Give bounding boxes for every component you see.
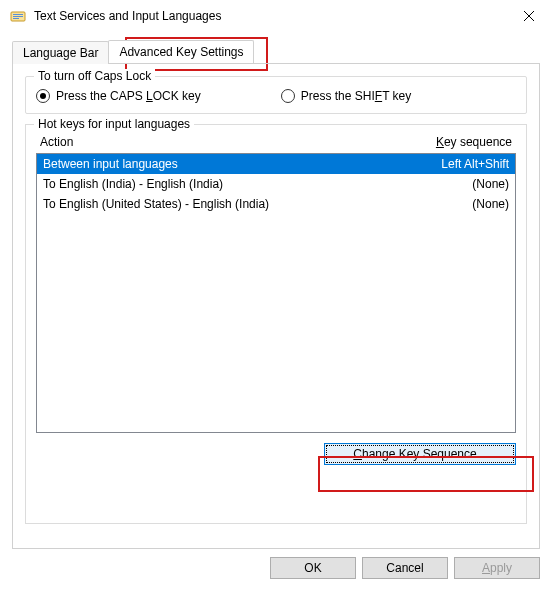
hotkeys-group: Hot keys for input languages Action Key … xyxy=(25,124,527,524)
radio-shift[interactable]: Press the SHIFT key xyxy=(281,89,412,103)
col-key-sequence: Key sequence xyxy=(436,135,512,149)
caps-legend: To turn off Caps Lock xyxy=(34,69,155,83)
tab-advanced-key-settings[interactable]: Advanced Key Settings xyxy=(108,40,254,63)
list-item[interactable]: To English (United States) - English (In… xyxy=(37,194,515,214)
tab-sheet: To turn off Caps Lock Press the CAPS LOC… xyxy=(12,63,540,549)
cell-action: To English (United States) - English (In… xyxy=(43,197,269,211)
col-action: Action xyxy=(40,135,73,149)
radio-caps-label: Press the CAPS LOCK key xyxy=(56,89,201,103)
hotkey-list[interactable]: Between input languages Left Alt+Shift T… xyxy=(36,153,516,433)
svg-rect-1 xyxy=(13,14,23,15)
radio-shift-label: Press the SHIFT key xyxy=(301,89,412,103)
ok-button[interactable]: OK xyxy=(270,557,356,579)
change-key-sequence-button[interactable]: Change Key Sequence... xyxy=(324,443,516,465)
cell-keyseq: (None) xyxy=(472,177,509,191)
apply-button: Apply xyxy=(454,557,540,579)
cell-keyseq: (None) xyxy=(472,197,509,211)
list-item[interactable]: To English (India) - English (India) (No… xyxy=(37,174,515,194)
hotkeys-legend: Hot keys for input languages xyxy=(34,117,194,131)
dialog-footer: OK Cancel Apply xyxy=(0,557,552,591)
close-button[interactable] xyxy=(506,0,552,32)
cell-action: Between input languages xyxy=(43,157,178,171)
radio-caps-lock[interactable]: Press the CAPS LOCK key xyxy=(36,89,201,103)
caps-lock-group: To turn off Caps Lock Press the CAPS LOC… xyxy=(25,76,527,114)
tab-language-bar[interactable]: Language Bar xyxy=(12,41,109,64)
radio-indicator xyxy=(36,89,50,103)
cell-action: To English (India) - English (India) xyxy=(43,177,223,191)
window-title: Text Services and Input Languages xyxy=(34,9,506,23)
svg-rect-2 xyxy=(13,16,23,17)
list-header: Action Key sequence xyxy=(36,135,516,153)
cancel-button[interactable]: Cancel xyxy=(362,557,448,579)
radio-indicator xyxy=(281,89,295,103)
cell-keyseq: Left Alt+Shift xyxy=(441,157,509,171)
tab-area: Language Bar Advanced Key Settings xyxy=(0,32,552,63)
titlebar: Text Services and Input Languages xyxy=(0,0,552,32)
svg-rect-3 xyxy=(13,18,19,19)
app-icon xyxy=(10,8,26,24)
list-item[interactable]: Between input languages Left Alt+Shift xyxy=(37,154,515,174)
